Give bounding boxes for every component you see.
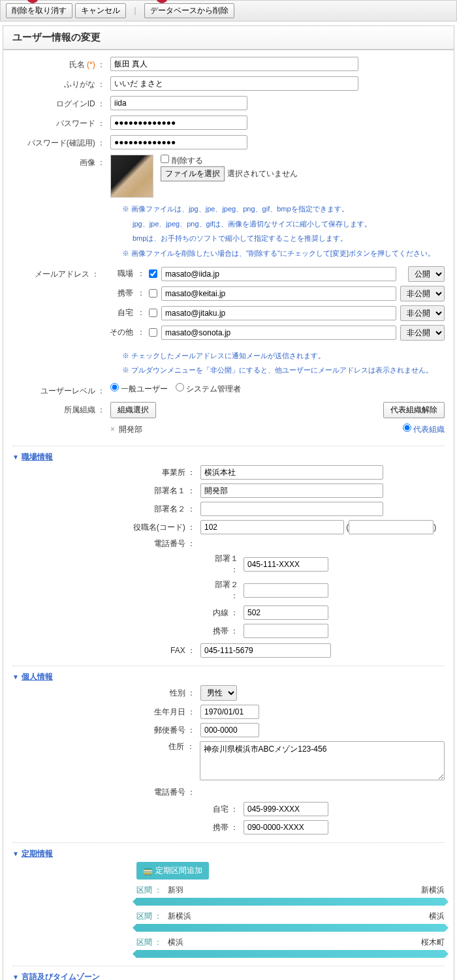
gender-label: 性別 ： <box>122 688 200 699</box>
password-confirm-input[interactable] <box>110 135 247 149</box>
dept1-input[interactable] <box>200 483 383 498</box>
gender-select[interactable]: 男性 <box>200 685 237 701</box>
teiki-row: 区間 ：横浜桜木町 <box>136 937 445 958</box>
lang-tz-link[interactable]: 言語及びタイムゾーン <box>22 972 100 980</box>
image-note-2: jpg、jpe、jpeg、png、gifは、画像を適切なサイズに縮小して保存しま… <box>133 218 445 230</box>
address-input[interactable] <box>200 741 445 780</box>
db-delete-button[interactable]: データベースから削除 <box>144 3 234 18</box>
teiki-from: 横浜 <box>168 937 183 948</box>
teiki-from: 新羽 <box>168 885 183 896</box>
home-mail-visibility[interactable]: 非公開 <box>400 305 445 321</box>
other-mail-input[interactable] <box>161 326 396 340</box>
work-info-link[interactable]: 職場情報 <box>22 452 53 463</box>
home-mail-input[interactable] <box>161 306 396 320</box>
title-code-input[interactable] <box>200 520 344 534</box>
phone-label-2: 電話番号 ： <box>122 787 200 798</box>
file-none-text: 選択されていません <box>227 169 298 178</box>
postal-input[interactable] <box>200 723 259 737</box>
ph1-label: 部署１ ： <box>207 553 244 575</box>
work-mail-visibility[interactable]: 公開 <box>408 266 445 282</box>
office-input[interactable] <box>200 465 383 480</box>
teiki-add-button[interactable]: 🚃定期区間追加 <box>136 862 209 880</box>
collapse-icon[interactable]: ▼ <box>12 973 19 980</box>
image-note-3: bmpは、お手持ちのソフトで縮小して指定することを推奨します。 <box>133 232 445 245</box>
other-mail-label: その他 <box>104 327 133 338</box>
delete-image-check[interactable]: 削除する <box>161 156 202 165</box>
furigana-input[interactable] <box>110 76 358 91</box>
dept2-input[interactable] <box>200 502 383 516</box>
work-mail-check[interactable] <box>149 269 157 278</box>
collapse-icon[interactable]: ▼ <box>12 673 19 681</box>
sysadmin-radio[interactable]: システム管理者 <box>176 384 241 393</box>
teiki-row: 区間 ：新羽新横浜 <box>136 885 445 906</box>
password-input[interactable] <box>110 115 247 130</box>
mobile-phone-input[interactable] <box>244 820 328 835</box>
mail-label: メールアドレス <box>35 269 89 279</box>
password-label: パスワード <box>56 119 95 128</box>
other-mail-visibility[interactable]: 非公開 <box>400 325 445 341</box>
ph2-label: 部署２ ： <box>207 579 244 602</box>
mobile-label: 携帯 ： <box>207 626 244 637</box>
image-label: 画像 <box>80 158 95 167</box>
org-remove-icon[interactable]: × <box>110 425 115 434</box>
section-label: 区間 ： <box>136 937 163 948</box>
name-input[interactable] <box>110 57 358 71</box>
address-label: 住所 ： <box>122 741 200 752</box>
image-note-4: ※ 画像ファイルを削除したい場合は、"削除する"にチェックして[変更]ボタンを押… <box>122 247 445 260</box>
general-user-radio[interactable]: 一般ユーザー <box>110 384 168 393</box>
teiki-bar <box>136 898 445 906</box>
teiki-row: 区間 ：新横浜横浜 <box>136 911 445 932</box>
ph2-input[interactable] <box>244 583 328 598</box>
dept1-label: 部署名１ ： <box>122 485 200 497</box>
train-icon: 🚃 <box>143 866 153 876</box>
personal-info-link[interactable]: 個人情報 <box>22 671 53 682</box>
collapse-icon[interactable]: ▼ <box>12 453 19 461</box>
loginid-label: ログインID <box>56 99 95 108</box>
home-mail-check[interactable] <box>149 309 157 317</box>
mobile-mail-visibility[interactable]: 非公開 <box>400 286 445 301</box>
ph1-input[interactable] <box>244 557 328 572</box>
work-mail-input[interactable] <box>161 267 396 281</box>
image-note-1: ※ 画像ファイルは、jpg、jpe、jpeg、png、gif、bmpを指定できま… <box>122 203 445 215</box>
fax-input[interactable] <box>200 643 331 658</box>
rep-org-radio[interactable]: 代表組織 <box>403 425 445 434</box>
phone-label: 電話番号 ： <box>122 538 200 549</box>
ext-label: 内線 ： <box>207 607 244 619</box>
other-mail-check[interactable] <box>149 328 157 337</box>
birth-input[interactable] <box>200 705 259 719</box>
postal-label: 郵便番号 ： <box>122 725 200 736</box>
teiki-to: 横浜 <box>429 911 445 922</box>
dept2-label: 部署名２ ： <box>122 504 200 515</box>
cancel-button[interactable]: キャンセル <box>75 3 126 18</box>
mobile-phone-label: 携帯 ： <box>207 822 244 833</box>
mobile-mail-label: 携帯 <box>104 288 133 299</box>
ext-input[interactable] <box>244 605 328 620</box>
mail-note-2: ※ プルダウンメニューを「非公開」にすると、他ユーザーにメールアドレスは表示され… <box>122 364 445 376</box>
org-select-button[interactable]: 組織選択 <box>110 402 156 418</box>
main-panel: ユーザー情報の変更 氏名 (*) ： ふりがな ： ログインID ： パスワード… <box>3 25 454 980</box>
fax-label: FAX ： <box>122 645 200 656</box>
file-select-button[interactable]: ファイルを選択 <box>161 166 225 181</box>
teiki-to: 桜木町 <box>421 937 445 948</box>
top-toolbar: 1 2 削除を取り消す キャンセル ｜ データベースから削除 <box>0 0 457 22</box>
mobile-mail-check[interactable] <box>149 289 157 298</box>
collapse-icon[interactable]: ▼ <box>12 850 19 857</box>
section-label: 区間 ： <box>136 911 163 922</box>
userlevel-label: ユーザーレベル <box>40 386 95 395</box>
avatar-image <box>110 155 153 198</box>
loginid-input[interactable] <box>110 96 247 110</box>
home-phone-label: 自宅 ： <box>207 804 244 815</box>
teiki-bar <box>136 924 445 932</box>
mobile-mail-input[interactable] <box>161 286 396 301</box>
mail-note-1: ※ チェックしたメールアドレスに通知メールが送信されます。 <box>122 350 445 362</box>
teiki-to: 新横浜 <box>421 885 445 896</box>
org-label: 所属組織 <box>64 405 95 414</box>
teiki-bar <box>136 950 445 958</box>
teiki-info-link[interactable]: 定期情報 <box>22 848 53 859</box>
home-phone-input[interactable] <box>244 802 328 816</box>
teiki-from: 新横浜 <box>168 911 191 922</box>
mobile-input[interactable] <box>244 624 328 638</box>
rep-org-release-button[interactable]: 代表組織解除 <box>383 402 445 418</box>
undo-delete-button[interactable]: 削除を取り消す <box>6 3 72 18</box>
title-name-input[interactable] <box>349 520 433 534</box>
